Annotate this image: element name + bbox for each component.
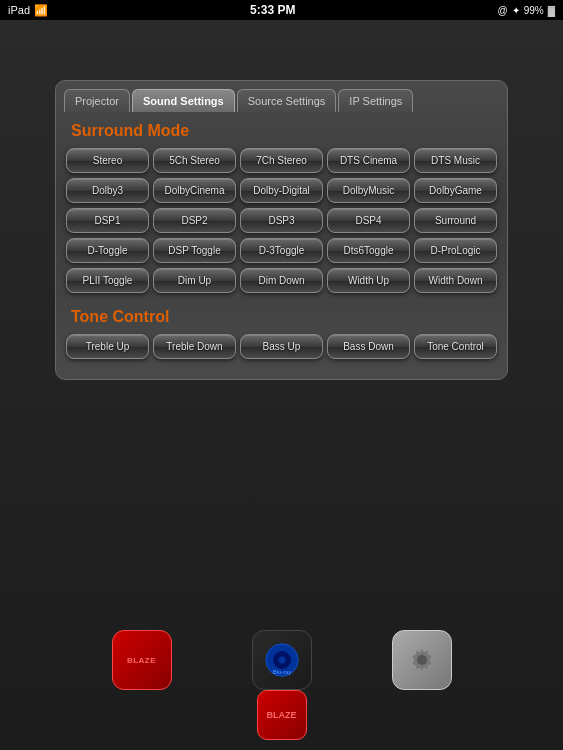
surround-row-5: PLII Toggle Dim Up Dim Down Width Up Wid…: [66, 268, 497, 293]
gear-icon: [402, 640, 442, 680]
dock-blaze-label: BLAZE: [267, 710, 297, 720]
btn-width-up[interactable]: Width Up: [327, 268, 410, 293]
btn-dts-music[interactable]: DTS Music: [414, 148, 497, 173]
btn-d-toggle[interactable]: D-Toggle: [66, 238, 149, 263]
surround-mode-title: Surround Mode: [66, 112, 497, 148]
btn-dolby-cinema[interactable]: DolbyCinema: [153, 178, 236, 203]
battery-label: 99%: [524, 5, 544, 16]
dock-blaze-icon[interactable]: BLAZE: [257, 690, 307, 740]
blaze-label: BLAZE: [127, 656, 156, 665]
sound-panel: Projector Sound Settings Source Settings…: [55, 80, 508, 380]
bottom-dock: BLAZE: [257, 690, 307, 740]
ipad-label: iPad: [8, 4, 30, 16]
btn-dts6-toggle[interactable]: Dts6Toggle: [327, 238, 410, 263]
btn-dsp1[interactable]: DSP1: [66, 208, 149, 233]
btn-surround[interactable]: Surround: [414, 208, 497, 233]
btn-tone-control[interactable]: Tone Control: [414, 334, 497, 359]
tone-control-title: Tone Control: [66, 298, 497, 334]
svg-point-5: [417, 655, 427, 665]
bottom-icons: BLAZE Blu-ray: [0, 630, 563, 690]
bluetooth-icon: ✦: [512, 5, 520, 16]
tab-source-settings[interactable]: Source Settings: [237, 89, 337, 112]
btn-5ch-stereo[interactable]: 5Ch Stereo: [153, 148, 236, 173]
svg-point-2: [278, 656, 285, 663]
tone-row-1: Treble Up Treble Down Bass Up Bass Down …: [66, 334, 497, 359]
btn-d3-toggle[interactable]: D-3Toggle: [240, 238, 323, 263]
app-icon-settings[interactable]: [392, 630, 452, 690]
btn-dolby3[interactable]: Dolby3: [66, 178, 149, 203]
app-icon-blu[interactable]: Blu-ray: [252, 630, 312, 690]
btn-dsp4[interactable]: DSP4: [327, 208, 410, 233]
btn-stereo[interactable]: Stereo: [66, 148, 149, 173]
btn-plii-toggle[interactable]: PLII Toggle: [66, 268, 149, 293]
btn-dolby-music[interactable]: DolbyMusic: [327, 178, 410, 203]
battery-icon: ▓: [548, 5, 555, 16]
btn-d-prologic[interactable]: D-ProLogic: [414, 238, 497, 263]
btn-dim-down[interactable]: Dim Down: [240, 268, 323, 293]
surround-row-3: DSP1 DSP2 DSP3 DSP4 Surround: [66, 208, 497, 233]
tab-projector[interactable]: Projector: [64, 89, 130, 112]
btn-treble-up[interactable]: Treble Up: [66, 334, 149, 359]
btn-width-down[interactable]: Width Down: [414, 268, 497, 293]
status-bar: iPad 📶 5:33 PM @ ✦ 99% ▓: [0, 0, 563, 20]
surround-row-2: Dolby3 DolbyCinema Dolby-Digital DolbyMu…: [66, 178, 497, 203]
app-icon-blaze[interactable]: BLAZE: [112, 630, 172, 690]
btn-7ch-stereo[interactable]: 7Ch Stereo: [240, 148, 323, 173]
svg-text:Blu-ray: Blu-ray: [272, 669, 291, 675]
btn-dim-up[interactable]: Dim Up: [153, 268, 236, 293]
status-left: iPad 📶: [8, 4, 48, 17]
tab-sound-settings[interactable]: Sound Settings: [132, 89, 235, 112]
status-right: @ ✦ 99% ▓: [498, 5, 555, 16]
btn-dsp3[interactable]: DSP3: [240, 208, 323, 233]
btn-dsp-toggle[interactable]: DSP Toggle: [153, 238, 236, 263]
at-icon: @: [498, 5, 508, 16]
btn-bass-up[interactable]: Bass Up: [240, 334, 323, 359]
tab-bar: Projector Sound Settings Source Settings…: [56, 81, 507, 112]
wifi-icon: 📶: [34, 4, 48, 17]
btn-dolby-digital[interactable]: Dolby-Digital: [240, 178, 323, 203]
btn-dsp2[interactable]: DSP2: [153, 208, 236, 233]
btn-dolby-game[interactable]: DolbyGame: [414, 178, 497, 203]
btn-dts-cinema[interactable]: DTS Cinema: [327, 148, 410, 173]
blu-ray-icon: Blu-ray: [264, 642, 300, 678]
tab-ip-settings[interactable]: IP Settings: [338, 89, 413, 112]
surround-row-1: Stereo 5Ch Stereo 7Ch Stereo DTS Cinema …: [66, 148, 497, 173]
panel-content: Surround Mode Stereo 5Ch Stereo 7Ch Ster…: [56, 112, 507, 359]
btn-bass-down[interactable]: Bass Down: [327, 334, 410, 359]
status-time: 5:33 PM: [250, 3, 295, 17]
main-area: Projector Sound Settings Source Settings…: [0, 20, 563, 750]
surround-row-4: D-Toggle DSP Toggle D-3Toggle Dts6Toggle…: [66, 238, 497, 263]
btn-treble-down[interactable]: Treble Down: [153, 334, 236, 359]
